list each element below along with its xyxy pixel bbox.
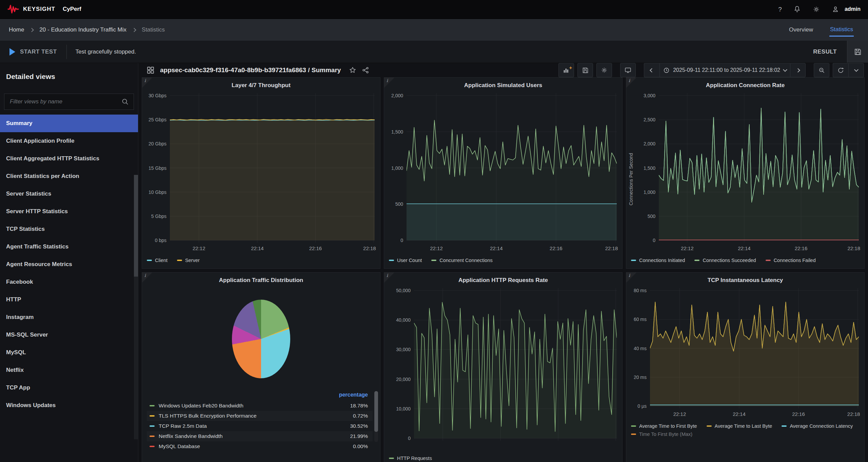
sidebar-item-agent-traffic-statistics[interactable]: Agent Traffic Statistics xyxy=(0,238,138,256)
legend-item[interactable]: Client xyxy=(147,258,167,263)
panel-info-corner[interactable] xyxy=(626,78,636,88)
y-tick-label: 0 xyxy=(408,436,411,441)
panel-application-http-requests-rate: iApplication HTTP Requests Rate010,00020… xyxy=(384,272,623,462)
dashboard-settings-button[interactable] xyxy=(596,63,612,77)
dashboard-toolbar: + 2025-09-11 22:11 xyxy=(558,63,864,77)
help-icon[interactable]: ? xyxy=(778,6,782,13)
chart-plot-area[interactable] xyxy=(407,93,617,243)
chart-plot-area[interactable] xyxy=(659,93,859,243)
cycle-view-mode-button[interactable] xyxy=(620,63,636,77)
sidebar-item-windows-updates[interactable]: Windows Updates xyxy=(0,397,138,414)
legend-item[interactable]: Average Time to First Byte xyxy=(631,423,697,429)
table-scrollbar[interactable] xyxy=(374,391,378,442)
panel-title[interactable]: Layer 4/7 Throughput xyxy=(142,78,380,93)
series-percentage: 30.52% xyxy=(350,423,368,429)
zoom-out-button[interactable] xyxy=(814,63,829,77)
user-avatar-icon[interactable] xyxy=(832,5,839,13)
legend-item[interactable]: Connections Failed xyxy=(766,258,816,263)
info-icon[interactable]: i xyxy=(629,78,630,83)
sidebar-item-netflix[interactable]: Netflix xyxy=(0,361,138,379)
sidebar-item-client-statistics-per-action[interactable]: Client Statistics per Action xyxy=(0,167,138,185)
panel-title[interactable]: Application Connection Rate xyxy=(626,78,864,93)
tab-overview[interactable]: Overview xyxy=(788,24,814,36)
notifications-bell-icon[interactable] xyxy=(793,5,801,13)
y-tick-label: 2,500 xyxy=(644,117,655,122)
result-button[interactable]: RESULT xyxy=(803,48,847,55)
panel-title[interactable]: Application Traffic Distribution xyxy=(142,273,380,288)
series-name[interactable]: MySQL Database xyxy=(159,443,200,449)
chart-plot-area[interactable] xyxy=(414,288,617,441)
panel-info-corner[interactable] xyxy=(384,273,394,283)
legend-item[interactable]: Average Time to Last Byte xyxy=(707,423,772,429)
share-icon[interactable] xyxy=(362,66,369,74)
sidebar-item-mysql[interactable]: MySQL xyxy=(0,344,138,361)
legend-label: User Count xyxy=(397,258,422,263)
refresh-button[interactable] xyxy=(833,63,848,77)
legend-item[interactable]: User Count xyxy=(389,258,422,263)
info-icon[interactable]: i xyxy=(629,273,630,278)
panel-info-corner[interactable] xyxy=(626,273,636,283)
panel-title[interactable]: TCP Instantaneous Latency xyxy=(626,273,864,288)
panel-title[interactable]: Application HTTP Requests Rate xyxy=(384,273,622,288)
start-test-button[interactable]: START TEST xyxy=(0,41,66,63)
time-range-back-button[interactable] xyxy=(644,63,659,77)
sidebar-item-tcp-app[interactable]: TCP App xyxy=(0,379,138,397)
y-axis-label: Connections Per Second xyxy=(628,153,634,205)
play-icon xyxy=(9,48,15,56)
series-name[interactable]: Windows Updates Feb20 Bandwidth xyxy=(159,403,243,409)
legend-label: Average Time to First Byte xyxy=(639,423,697,429)
panel-info-corner[interactable] xyxy=(142,273,152,283)
filter-views-input[interactable] xyxy=(4,94,134,110)
sidebar-item-tcp-statistics[interactable]: TCP Statistics xyxy=(0,220,138,238)
sidebar-scrollbar[interactable] xyxy=(134,175,138,439)
time-range-picker[interactable]: 2025-09-11 22:11:00 to 2025-09-11 22:18:… xyxy=(659,63,790,77)
sidebar-item-facebook[interactable]: Facebook xyxy=(0,273,138,291)
panel-title[interactable]: Application Simulated Users xyxy=(384,78,622,93)
sidebar-item-ms-sql-server[interactable]: MS-SQL Server xyxy=(0,326,138,344)
tab-statistics[interactable]: Statistics xyxy=(829,23,854,37)
save-dashboard-button[interactable] xyxy=(577,63,593,77)
legend-item[interactable]: Server xyxy=(177,258,200,263)
series-name[interactable]: TCP Raw 2.5m Data xyxy=(159,423,207,429)
sidebar-item-server-statistics[interactable]: Server Statistics xyxy=(0,185,138,203)
info-icon[interactable]: i xyxy=(387,78,388,83)
breadcrumb-home[interactable]: Home xyxy=(9,26,24,33)
refresh-interval-dropdown[interactable] xyxy=(848,63,864,77)
y-tick-label: 20,000 xyxy=(396,377,411,382)
legend-item[interactable]: Connections Initiated xyxy=(631,258,685,263)
chart-plot-area[interactable] xyxy=(650,288,859,408)
sidebar-item-agent-resource-metrics[interactable]: Agent Resource Metrics xyxy=(0,256,138,273)
sidebar-item-http[interactable]: HTTP xyxy=(0,291,138,308)
username[interactable]: admin xyxy=(845,6,861,12)
y-tick-label: 0 xyxy=(400,238,403,243)
x-tick-label: 22:14 xyxy=(251,245,264,251)
chevron-right-icon xyxy=(29,28,34,32)
legend-item[interactable]: Time To First Byte (Max) xyxy=(631,431,692,437)
sidebar-item-instagram[interactable]: Instagram xyxy=(0,308,138,326)
legend-item[interactable]: HTTP Requests xyxy=(389,456,432,461)
legend-label: Server xyxy=(185,258,200,263)
info-icon[interactable]: i xyxy=(144,78,146,83)
legend-item[interactable]: Average Connection Latency xyxy=(782,423,853,429)
time-range-forward-button[interactable] xyxy=(790,63,806,77)
sidebar-item-server-http-statistics[interactable]: Server HTTP Statistics xyxy=(0,203,138,220)
chart-plot-area[interactable] xyxy=(170,93,375,243)
series-name[interactable]: Netflix Sandvine Bandwidth xyxy=(159,433,223,439)
panel-info-corner[interactable] xyxy=(384,78,394,88)
sidebar-item-client-aggregated-http-statistics[interactable]: Client Aggregated HTTP Statistics xyxy=(0,150,138,167)
legend-item[interactable]: Concurrent Connections xyxy=(431,258,492,263)
panel-info-corner[interactable] xyxy=(142,78,152,88)
sidebar-item-client-application-profile[interactable]: Client Application Profile xyxy=(0,132,138,150)
series-name[interactable]: TLS HTTPS Bulk Encryption Performance xyxy=(159,413,257,419)
add-panel-button[interactable]: + xyxy=(558,63,574,77)
brand: KEYSIGHT CyPerf xyxy=(7,4,81,14)
settings-gear-icon[interactable] xyxy=(812,5,820,13)
dashboards-grid-icon[interactable] xyxy=(146,66,155,74)
star-favorite-icon[interactable] xyxy=(349,66,356,74)
sidebar-item-summary[interactable]: Summary xyxy=(0,115,138,132)
info-icon[interactable]: i xyxy=(387,273,388,278)
breadcrumb-config[interactable]: 20 - Education Industry Traffic Mix xyxy=(39,26,126,33)
legend-item[interactable]: Connections Succeeded xyxy=(694,258,756,263)
save-result-button[interactable] xyxy=(847,41,868,63)
info-icon[interactable]: i xyxy=(144,273,146,278)
